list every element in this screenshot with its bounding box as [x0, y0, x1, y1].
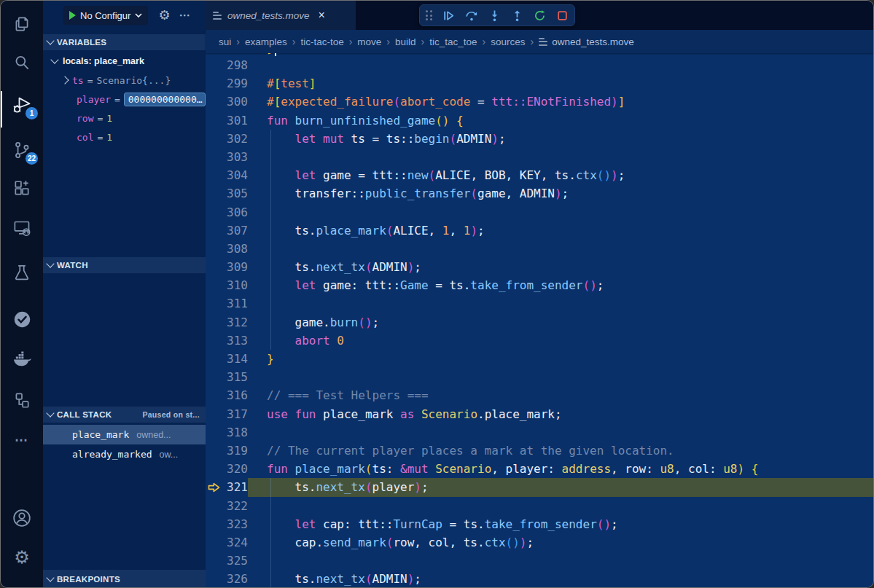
variable-value[interactable]: 1	[106, 132, 112, 143]
hierarchy-icon[interactable]	[1, 381, 43, 419]
continue-icon[interactable]	[442, 9, 455, 22]
code-line-319[interactable]: 319// The current player places a mark a…	[206, 442, 873, 460]
variable-row-ts[interactable]: ts=Scenario{...}	[43, 71, 206, 90]
code-line-316[interactable]: 316// === Test Helpers ===	[206, 386, 873, 404]
gutter-margin[interactable]	[206, 423, 223, 442]
gutter-margin[interactable]	[206, 240, 223, 258]
line-number[interactable]: 319	[223, 442, 248, 460]
line-number[interactable]: 311	[223, 294, 248, 313]
line-number[interactable]: 307	[223, 222, 248, 240]
code-line-315[interactable]: 315	[206, 368, 873, 386]
line-number[interactable]: 323	[223, 515, 248, 533]
line-number[interactable]: 310	[223, 276, 248, 294]
call-stack-frame-place_mark[interactable]: place_markowned...	[43, 425, 206, 444]
step-out-icon[interactable]	[511, 9, 523, 22]
breadcrumb-item-build[interactable]: build	[395, 36, 416, 47]
variable-row-player[interactable]: player=000000000000…	[43, 90, 206, 109]
gutter-margin[interactable]	[206, 111, 223, 130]
code-line-300[interactable]: 300#[expected_failure(abort_code = ttt::…	[206, 93, 873, 111]
gutter-margin[interactable]	[206, 203, 223, 222]
accounts-icon[interactable]	[1, 499, 43, 537]
code-line-307[interactable]: 307 ts.place_mark(ALICE, 1, 1);	[206, 222, 873, 240]
gutter-margin[interactable]	[206, 276, 223, 294]
breadcrumb-item-owned_tests.move[interactable]: owned_tests.move	[539, 36, 634, 47]
code-line-305[interactable]: 305 transfer::public_transfer(game, ADMI…	[206, 184, 873, 203]
gutter-margin[interactable]	[206, 405, 223, 423]
gutter-margin[interactable]	[206, 332, 223, 350]
code-line-301[interactable]: 301fun burn_unfinished_game() {	[206, 111, 873, 130]
gutter-margin[interactable]	[206, 442, 223, 460]
remote-explorer-icon[interactable]	[1, 209, 43, 247]
code-line-299[interactable]: 299#[test]	[206, 74, 873, 93]
breadcrumb-item-examples[interactable]: examples	[245, 36, 287, 47]
code-line-310[interactable]: 310 let game: ttt::Game = ts.take_from_s…	[206, 276, 873, 294]
line-number[interactable]: 317	[223, 405, 248, 423]
line-number[interactable]: 298	[223, 56, 248, 74]
line-number[interactable]: 324	[223, 533, 248, 552]
code-line-314[interactable]: 314}	[206, 350, 873, 368]
call-stack-section-header[interactable]: CALL STACK Paused on st...	[43, 407, 206, 423]
step-into-icon[interactable]	[488, 9, 501, 22]
code-line-303[interactable]: 303	[206, 148, 873, 166]
call-stack-frame-already_marked[interactable]: already_markedow...	[43, 444, 206, 464]
variable-value[interactable]: 000000000000…	[124, 93, 206, 106]
run-and-debug-icon[interactable]: 1	[1, 86, 43, 124]
explorer-icon[interactable]	[1, 5, 43, 43]
code-line-308[interactable]: 308	[206, 240, 873, 258]
gutter-margin[interactable]	[206, 258, 223, 276]
code-line-302[interactable]: 302 let mut ts = ts::begin(ADMIN);	[206, 130, 873, 148]
breadcrumb-item-move[interactable]: move	[357, 36, 381, 47]
line-number[interactable]: 305	[223, 184, 248, 203]
line-number[interactable]: 326	[223, 570, 248, 588]
tab-owned-tests[interactable]: owned_tests.move ×	[206, 1, 356, 30]
code-line-309[interactable]: 309 ts.next_tx(ADMIN);	[206, 258, 873, 276]
gutter-margin[interactable]	[206, 460, 223, 478]
code-line-325[interactable]: 325	[206, 552, 873, 570]
line-number[interactable]: 303	[223, 148, 248, 166]
line-number[interactable]: 308	[223, 240, 248, 258]
code-lines[interactable]: 298299#[test]300#[expected_failure(abort…	[206, 53, 873, 588]
gutter-margin[interactable]	[206, 222, 223, 240]
gutter-margin[interactable]	[206, 166, 223, 184]
gutter-margin[interactable]	[206, 570, 223, 588]
variables-scope-row[interactable]: locals: place_mark	[43, 52, 206, 71]
gutter-margin[interactable]	[206, 294, 223, 313]
line-number[interactable]: 299	[223, 74, 248, 93]
line-number[interactable]: 320	[223, 460, 248, 478]
code-line-312[interactable]: 312 game.burn();	[206, 313, 873, 332]
gutter-margin[interactable]	[206, 368, 223, 386]
gutter-margin[interactable]	[206, 497, 223, 515]
line-number[interactable]: 301	[223, 111, 248, 130]
gutter-margin[interactable]	[206, 313, 223, 332]
code-line-318[interactable]: 318	[206, 423, 873, 442]
code-line-311[interactable]: 311	[206, 294, 873, 313]
testing-icon[interactable]	[1, 254, 43, 291]
line-number[interactable]: 315	[223, 368, 248, 386]
variable-value[interactable]: 1	[106, 113, 112, 124]
breadcrumb-item-tic_tac_toe[interactable]: tic_tac_toe	[429, 36, 477, 47]
variables-section-header[interactable]: VARIABLES	[43, 34, 206, 50]
code-line-306[interactable]: 306	[206, 203, 873, 222]
line-number[interactable]: 321	[223, 478, 248, 496]
stop-icon[interactable]	[556, 9, 569, 22]
gutter-margin[interactable]	[206, 515, 223, 533]
line-number[interactable]: 309	[223, 258, 248, 276]
settings-gear-icon[interactable]: ⚙	[1, 538, 43, 576]
close-icon[interactable]: ×	[319, 9, 325, 21]
gutter-margin[interactable]	[206, 552, 223, 570]
gutter-margin[interactable]	[206, 130, 223, 148]
breakpoints-section-header[interactable]: BREAKPOINTS	[43, 570, 206, 588]
docker-icon[interactable]	[1, 340, 43, 378]
restart-icon[interactable]	[534, 9, 546, 22]
check-circle-icon[interactable]	[1, 300, 43, 338]
code-line-317[interactable]: 317use fun place_mark as Scenario.place_…	[206, 405, 873, 423]
breadcrumb-item-sui[interactable]: sui	[219, 36, 231, 47]
line-number[interactable]: 318	[223, 423, 248, 442]
line-number[interactable]: 302	[223, 130, 248, 148]
breadcrumb-item-tic-tac-toe[interactable]: tic-tac-toe	[300, 36, 343, 47]
code-line-320[interactable]: 320fun place_mark(ts: &mut Scenario, pla…	[206, 460, 873, 478]
code-line-298[interactable]: 298	[206, 56, 873, 74]
variable-row-col[interactable]: col=1	[43, 128, 206, 146]
variable-value[interactable]: Scenario{...}	[96, 75, 171, 86]
line-number[interactable]: 316	[223, 386, 248, 404]
